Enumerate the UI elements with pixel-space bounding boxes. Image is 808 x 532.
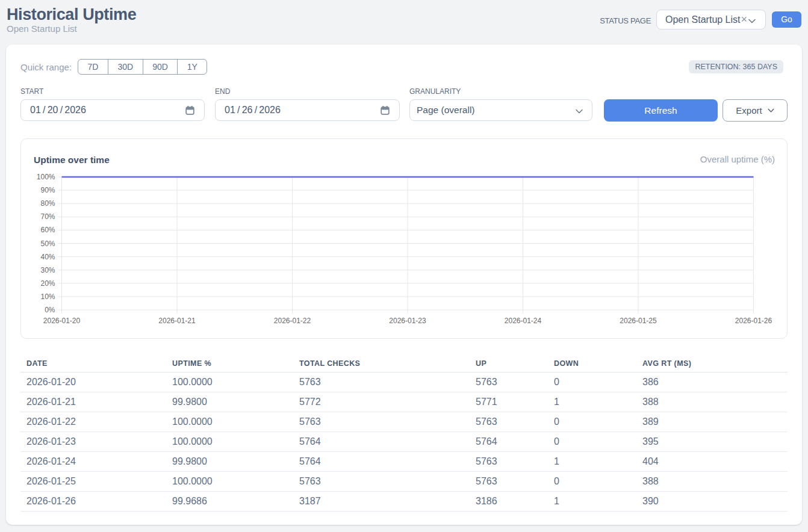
svg-text:2026-01-22: 2026-01-22 [274, 317, 311, 325]
svg-text:2026-01-20: 2026-01-20 [43, 317, 81, 325]
svg-text:2026-01-23: 2026-01-23 [389, 317, 426, 325]
svg-text:20%: 20% [40, 279, 55, 288]
svg-text:80%: 80% [40, 199, 55, 208]
svg-text:40%: 40% [40, 253, 55, 261]
svg-text:0%: 0% [45, 306, 55, 314]
svg-text:50%: 50% [40, 240, 55, 248]
svg-text:100%: 100% [37, 173, 55, 181]
svg-text:2026-01-25: 2026-01-25 [620, 317, 657, 325]
svg-text:70%: 70% [40, 212, 55, 221]
svg-text:2026-01-21: 2026-01-21 [158, 317, 196, 325]
svg-text:30%: 30% [40, 266, 55, 274]
svg-text:10%: 10% [40, 292, 55, 301]
svg-text:2026-01-26: 2026-01-26 [735, 317, 772, 325]
svg-text:90%: 90% [40, 186, 55, 194]
svg-text:2026-01-24: 2026-01-24 [505, 317, 542, 325]
svg-text:60%: 60% [40, 226, 55, 234]
